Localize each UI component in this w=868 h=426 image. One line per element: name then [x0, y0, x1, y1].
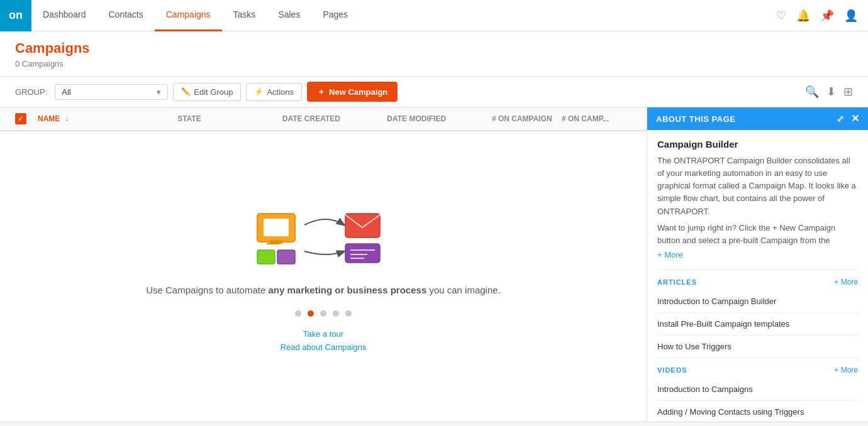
svg-rect-6 — [345, 214, 380, 238]
video-item-1[interactable]: Adding / Moving Contacts using Triggers — [657, 401, 858, 422]
svg-rect-4 — [257, 250, 275, 264]
grid-icon[interactable]: ⊞ — [843, 85, 853, 99]
left-panel: ✓ NAME ↓ STATE DATE CREATED DATE MODIFIE… — [0, 107, 647, 422]
nav-item-dashboard[interactable]: Dashboard — [31, 0, 97, 31]
side-panel: ABOUT THIS PAGE ⤢ ✕ Campaign Builder The… — [647, 107, 868, 422]
nav-item-pages[interactable]: Pages — [311, 0, 359, 31]
filter-icon[interactable]: ⬇ — [826, 85, 836, 99]
pencil-icon: ✏️ — [181, 87, 191, 96]
articles-label: ARTICLES — [657, 278, 697, 286]
chevron-down-icon: ▾ — [157, 87, 161, 97]
side-panel-body: Campaign Builder The ONTRAPORT Campaign … — [647, 130, 868, 422]
col-check: ✓ — [15, 113, 38, 124]
videos-header: VIDEOS + More — [657, 366, 858, 374]
section-title: Campaign Builder — [657, 139, 858, 150]
svg-rect-5 — [277, 250, 295, 264]
plus-icon: ＋ — [317, 86, 325, 97]
bottom-bar: 13 days left in your free trial. UPGRADE — [0, 422, 868, 426]
articles-header: ARTICLES + More — [657, 270, 858, 287]
lightning-icon: ⚡ — [254, 87, 264, 96]
section-body2: Want to jump right in? Click the + New C… — [657, 222, 858, 247]
dot-4[interactable] — [333, 310, 339, 317]
nav-item-tasks[interactable]: Tasks — [222, 0, 267, 31]
articles-more-link[interactable]: + More — [834, 278, 858, 287]
toolbar-right: 🔍 ⬇ ⊞ — [805, 85, 853, 99]
group-label: GROUP: — [15, 87, 47, 97]
user-icon[interactable]: 👤 — [844, 9, 858, 23]
group-select[interactable]: All ▾ — [55, 84, 168, 100]
select-all-checkbox[interactable]: ✓ — [15, 113, 26, 124]
edit-group-button[interactable]: ✏️ Edit Group — [173, 83, 241, 101]
dot-5[interactable] — [345, 310, 352, 317]
col-on-campaign: # ON CAMPAIGN — [492, 114, 562, 123]
top-nav: on Dashboard Contacts Campaigns Tasks Sa… — [0, 0, 868, 31]
actions-button[interactable]: ⚡ Actions — [246, 83, 302, 101]
main-area: ✓ NAME ↓ STATE DATE CREATED DATE MODIFIE… — [0, 107, 868, 422]
read-about-link[interactable]: Read about Campaigns — [281, 342, 367, 352]
page-header: Campaigns 0 Campaigns — [0, 31, 868, 77]
nav-item-sales[interactable]: Sales — [267, 0, 311, 31]
videos-more-link[interactable]: + More — [834, 366, 858, 374]
empty-state-text: Use Campaigns to automate any marketing … — [146, 283, 501, 298]
svg-rect-7 — [345, 244, 380, 263]
side-panel-header: ABOUT THIS PAGE ⤢ ✕ — [647, 107, 868, 130]
more-link[interactable]: + More — [657, 250, 683, 259]
nav-right: ♡ 🔔 📌 👤 — [776, 9, 868, 23]
dot-3[interactable] — [320, 310, 326, 317]
col-date-created: DATE CREATED — [282, 114, 387, 123]
nav-items: Dashboard Contacts Campaigns Tasks Sales… — [31, 0, 776, 31]
col-name[interactable]: NAME ↓ — [38, 114, 177, 123]
video-item-0[interactable]: Introduction to Campaigns — [657, 378, 858, 401]
col-on-camp2: # ON CAMP... — [562, 114, 632, 123]
col-state: STATE — [177, 114, 282, 123]
take-tour-link[interactable]: Take a tour — [303, 329, 343, 339]
logo[interactable]: on — [0, 0, 31, 31]
checkmark-icon: ✓ — [18, 114, 24, 123]
campaign-illustration — [251, 201, 396, 270]
page-subtitle: 0 Campaigns — [15, 59, 853, 68]
action-links: Take a tour Read about Campaigns — [281, 329, 367, 352]
heart-icon[interactable]: ♡ — [776, 9, 786, 23]
col-date-modified: DATE MODIFIED — [387, 114, 492, 123]
bell-icon[interactable]: 🔔 — [796, 9, 810, 23]
article-item-1[interactable]: Install Pre-Built Campaign templates — [657, 313, 858, 336]
article-item-2[interactable]: How to Use Triggers — [657, 336, 858, 358]
table-header: ✓ NAME ↓ STATE DATE CREATED DATE MODIFIE… — [0, 107, 647, 131]
side-panel-header-icons: ⤢ ✕ — [837, 114, 859, 124]
videos-label: VIDEOS — [657, 366, 687, 374]
pin-icon[interactable]: 📌 — [820, 9, 834, 23]
dot-2[interactable] — [308, 310, 314, 317]
sort-down-icon: ↓ — [65, 114, 69, 123]
section-body: The ONTRAPORT Campaign Builder consolida… — [657, 155, 858, 218]
dot-1[interactable] — [295, 310, 301, 317]
dot-indicators — [295, 310, 352, 317]
page-title: Campaigns — [15, 40, 853, 57]
article-item-0[interactable]: Introduction to Campaign Builder — [657, 290, 858, 313]
empty-state: Use Campaigns to automate any marketing … — [0, 131, 647, 422]
toolbar: GROUP: All ▾ ✏️ Edit Group ⚡ Actions ＋ N… — [0, 77, 868, 107]
search-icon[interactable]: 🔍 — [805, 85, 819, 99]
nav-item-campaigns[interactable]: Campaigns — [155, 0, 222, 31]
new-campaign-button[interactable]: ＋ New Campaign — [307, 82, 398, 102]
svg-rect-1 — [264, 219, 289, 236]
nav-item-contacts[interactable]: Contacts — [97, 0, 155, 31]
expand-icon[interactable]: ⤢ — [837, 114, 845, 124]
close-icon[interactable]: ✕ — [851, 114, 860, 124]
